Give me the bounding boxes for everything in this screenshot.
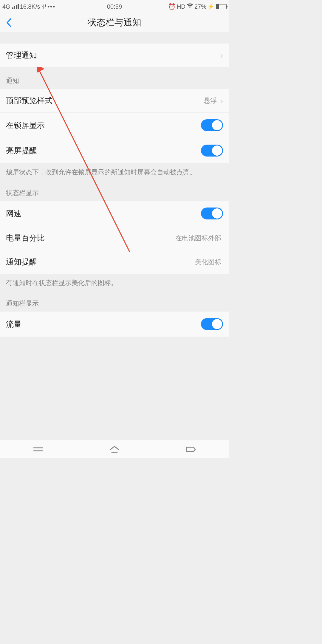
item-label: 在锁屏显示 <box>6 120 45 131</box>
clock-label: 00:59 <box>107 3 122 10</box>
network-speed-label: 16.8K/s <box>20 3 40 10</box>
item-value: 在电池图标外部 <box>175 234 221 243</box>
item-manage-notifications[interactable]: 管理通知 › <box>0 44 229 67</box>
footer-note-wake-screen: 熄屏状态下，收到允许在锁屏显示的新通知时屏幕会自动被点亮。 <box>0 163 229 183</box>
item-wake-screen[interactable]: 亮屏提醒 <box>0 138 229 163</box>
item-label: 网速 <box>6 208 21 219</box>
back-button[interactable] <box>0 13 18 32</box>
page-header: 状态栏与通知 <box>0 13 229 32</box>
more-icon: ••• <box>47 3 55 10</box>
hd-label: HD <box>177 3 185 10</box>
item-label: 管理通知 <box>6 50 37 61</box>
item-show-on-lockscreen[interactable]: 在锁屏显示 <box>0 113 229 138</box>
chevron-right-icon: › <box>220 51 223 60</box>
item-battery-percent[interactable]: 电量百分比 在电池图标外部 <box>0 226 229 250</box>
toggle-switch[interactable] <box>201 145 223 157</box>
footer-note-notify-remind: 有通知时在状态栏显示美化后的图标。 <box>0 274 229 294</box>
nav-bar <box>0 440 229 458</box>
toggle-switch[interactable] <box>201 119 223 131</box>
toggle-switch[interactable] <box>201 208 223 219</box>
charging-icon: ⚡ <box>208 3 214 10</box>
item-label: 流量 <box>6 319 21 329</box>
chevron-right-icon: › <box>220 96 223 106</box>
item-traffic[interactable]: 流量 <box>0 312 229 337</box>
usb-icon: Ψ <box>41 3 47 10</box>
item-label: 亮屏提醒 <box>6 145 37 156</box>
item-top-preview-style[interactable]: 顶部预览样式 悬浮 › <box>0 89 229 113</box>
battery-icon <box>216 4 227 9</box>
network-type-label: 4G <box>2 3 10 10</box>
item-value: 美化图标 <box>195 258 221 267</box>
alarm-icon: ⏰ <box>168 3 176 10</box>
item-netspeed[interactable]: 网速 <box>0 201 229 226</box>
page-title: 状态栏与通知 <box>88 16 141 29</box>
battery-percent-label: 27% <box>194 3 206 10</box>
item-label: 顶部预览样式 <box>6 95 52 106</box>
toggle-switch[interactable] <box>201 318 223 330</box>
section-header-notify: 通知 <box>0 67 229 89</box>
section-header-notifbar: 通知栏显示 <box>0 294 229 312</box>
item-label: 通知提醒 <box>6 257 37 267</box>
wifi-icon <box>187 3 193 10</box>
item-value: 悬浮 <box>204 96 217 105</box>
nav-home-button[interactable] <box>106 445 123 453</box>
nav-recents-button[interactable] <box>29 446 47 453</box>
item-label: 电量百分比 <box>6 233 45 243</box>
section-header-statusbar: 状态栏显示 <box>0 183 229 201</box>
signal-icon <box>12 4 19 9</box>
item-notify-remind[interactable]: 通知提醒 美化图标 <box>0 250 229 274</box>
nav-back-button[interactable] <box>182 445 200 453</box>
status-bar: 4G 16.8K/s Ψ ••• 00:59 ⏰ HD 27% ⚡ <box>0 0 229 13</box>
